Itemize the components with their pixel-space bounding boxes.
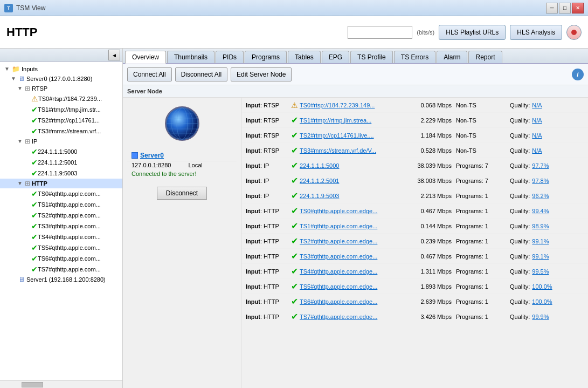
tree-item-ts4-http[interactable]: ✔ TS4#qthttp.apple.com... [0, 232, 122, 242]
tree-item-ts5-http[interactable]: ✔ TS5#qthttp.apple.com... [0, 242, 122, 253]
input-link-2[interactable]: TS2#rtmp://cp114761.live.... [300, 132, 407, 139]
tab-ts-errors[interactable]: TS Errors [394, 51, 435, 63]
input-link-6[interactable]: 224.1.1.9:5003 [300, 193, 407, 199]
globe-icon [165, 106, 199, 141]
quality-link-3[interactable]: N/A [532, 147, 542, 154]
input-row-3: Input: RTSP ✔ TS3#mms://stream.vrf.de/V.… [241, 143, 588, 158]
record-button[interactable] [566, 25, 582, 40]
disconnect-button[interactable]: Disconnect [157, 187, 207, 200]
quality-link-12[interactable]: 100.0% [532, 283, 552, 290]
input-link-13[interactable]: TS6#qthttp.apple.com.edge... [300, 298, 407, 305]
tree-label-ts0http: TS0#qthttp.apple.com... [38, 190, 101, 197]
input-link-14[interactable]: TS7#qthttp.apple.com.edge... [300, 314, 407, 320]
left-panel-scrollbar-h[interactable] [0, 380, 122, 388]
tab-report[interactable]: Report [468, 51, 502, 63]
input-quality-11: Quality: 99.5% [510, 268, 549, 275]
tab-alarm[interactable]: Alarm [437, 51, 467, 63]
tree-item-ip2[interactable]: ✔ 224.1.1.2:5001 [0, 157, 122, 168]
input-link-8[interactable]: TS1#qthttp.apple.com.edge... [300, 223, 407, 229]
maximize-button[interactable]: □ [559, 3, 571, 13]
connect-all-button[interactable]: Connect All [127, 67, 172, 81]
tree-item-ts0-http[interactable]: ✔ TS0#qthttp.apple.com... [0, 188, 122, 199]
globe-svg [166, 107, 198, 140]
minimize-button[interactable]: ─ [546, 3, 558, 13]
input-quality-13: Quality: 100.0% [510, 298, 552, 305]
quality-link-5[interactable]: 97.8% [532, 178, 549, 184]
input-link-10[interactable]: TS3#qthttp.apple.com.edge... [300, 253, 407, 260]
tree-item-ts6-http[interactable]: ✔ TS6#qthttp.apple.com... [0, 253, 122, 264]
quality-link-10[interactable]: 99.1% [532, 253, 549, 260]
tree-item-ts1-http[interactable]: ✔ TS1#qthttp.apple.com... [0, 199, 122, 210]
tree-item-ts2-http[interactable]: ✔ TS2#qthttp.apple.com... [0, 210, 122, 221]
tree-label-ts3http: TS3#qthttp.apple.com... [38, 223, 101, 229]
tree-label-ip2: 224.1.1.2:5001 [38, 159, 77, 166]
input-speed-4: 38.039 Mbps [407, 162, 456, 169]
quality-link-4[interactable]: 97.7% [532, 162, 549, 169]
quality-link-2[interactable]: N/A [532, 132, 542, 139]
quality-link-8[interactable]: 98.9% [532, 223, 549, 229]
info-icon[interactable]: i [572, 69, 584, 80]
tree-item-http[interactable]: ▼ ⊞ HTTP [0, 179, 122, 188]
input-link-4[interactable]: 224.1.1.1:5000 [300, 162, 407, 169]
edit-server-node-button[interactable]: Edit Server Node [231, 67, 292, 81]
ok-icon-ts1rtsp: ✔ [31, 105, 38, 114]
input-row-1: Input: RTSP ✔ TS1#rtmp://rtmp.jim.strea.… [241, 113, 588, 128]
server-name-link[interactable]: Server0 [140, 152, 164, 159]
input-type-2: Input: RTSP [246, 132, 289, 139]
tree-item-ts3-rtsp[interactable]: ✔ TS3#mms://stream.vrf... [0, 126, 122, 137]
tree-item-rtsp[interactable]: ▼ ⊞ RTSP [0, 84, 122, 93]
tab-programs[interactable]: Programs [245, 51, 287, 63]
quality-link-9[interactable]: 99.1% [532, 238, 549, 244]
tab-pids[interactable]: PIDs [216, 51, 244, 63]
tab-thumbnails[interactable]: Thumbnails [167, 51, 215, 63]
tab-epg[interactable]: EPG [322, 51, 349, 63]
tab-tables[interactable]: Tables [288, 51, 321, 63]
input-link-7[interactable]: TS0#qthttp.apple.com.edge... [300, 208, 407, 214]
quality-link-7[interactable]: 99.4% [532, 208, 549, 214]
tree-item-ts0-rtsp[interactable]: ⚠ TS0#rtsp://184.72.239... [0, 93, 122, 104]
input-quality-1: Quality: N/A [510, 117, 542, 124]
hls-analysis-button[interactable]: HLS Analysis [510, 25, 562, 40]
hls-playlist-button[interactable]: HLS Playlist URLs [439, 25, 506, 40]
input-link-9[interactable]: TS2#qthttp.apple.com.edge... [300, 238, 407, 244]
tree-item-ts3-http[interactable]: ✔ TS3#qthttp.apple.com... [0, 221, 122, 232]
input-programs-10: Programs: 1 [456, 253, 510, 260]
input-link-11[interactable]: TS4#qthttp.apple.com.edge... [300, 268, 407, 275]
panel-toggle-button[interactable]: ◄ [108, 50, 120, 60]
tree-item-ts2-rtsp[interactable]: ✔ TS2#rtmp://cp114761... [0, 115, 122, 126]
spacer7 [24, 170, 30, 176]
tree-item-ip1[interactable]: ✔ 224.1.1.1:5000 [0, 146, 122, 157]
server-address: 127.0.0.1:8280 [132, 162, 171, 168]
input-link-5[interactable]: 224.1.1.2:5001 [300, 178, 407, 184]
quality-link-1[interactable]: N/A [532, 117, 542, 124]
tree-item-ts7-http[interactable]: ✔ TS7#qthttp.apple.com... [0, 264, 122, 275]
quality-link-14[interactable]: 99.9% [532, 314, 549, 320]
toggle-http: ▼ [17, 180, 24, 187]
bitrate-input[interactable] [348, 26, 412, 39]
quality-link-11[interactable]: 99.5% [532, 268, 549, 275]
tree-item-ip3[interactable]: ✔ 224.1.1.9:5003 [0, 168, 122, 179]
input-link-3[interactable]: TS3#mms://stream.vrf.de/V... [300, 147, 407, 154]
spacer2 [24, 106, 30, 113]
tree-item-ts1-rtsp[interactable]: ✔ TS1#rtmp://tmp.jim.str... [0, 104, 122, 115]
quality-link-6[interactable]: 96.2% [532, 193, 549, 199]
input-link-12[interactable]: TS5#qthttp.apple.com.edge... [300, 283, 407, 290]
quality-link-13[interactable]: 100.0% [532, 298, 552, 305]
tree-item-server0[interactable]: ▼ 🖥 Server0 (127.0.0.1:8280) [0, 74, 122, 84]
app-title: TSM View [16, 4, 546, 12]
status-icon-8: ✔ [289, 221, 300, 231]
input-link-0[interactable]: TS0#rtsp://184.72.239.149... [300, 102, 407, 108]
disconnect-all-button[interactable]: Disconnect All [175, 67, 227, 81]
close-button[interactable]: ✕ [572, 3, 584, 13]
tree-item-ip[interactable]: ▼ ⊞ IP [0, 137, 122, 146]
spacer3 [24, 117, 30, 124]
tab-ts-profile[interactable]: TS Profile [350, 51, 393, 63]
tab-overview[interactable]: Overview [125, 51, 166, 64]
quality-link-0[interactable]: N/A [532, 102, 542, 108]
input-link-1[interactable]: TS1#rtmp://rtmp.jim.strea... [300, 117, 407, 124]
ok-icon-ts3http: ✔ [31, 222, 38, 230]
tree-item-server1[interactable]: 🖥 Server1 (192.168.1.200:8280) [0, 275, 122, 284]
record-dot [571, 30, 577, 35]
tree-item-inputs[interactable]: ▼ 📁 Inputs [0, 64, 122, 74]
tree-area: ▼ 📁 Inputs ▼ 🖥 Server0 (127.0.0.1:8280) … [0, 62, 122, 380]
